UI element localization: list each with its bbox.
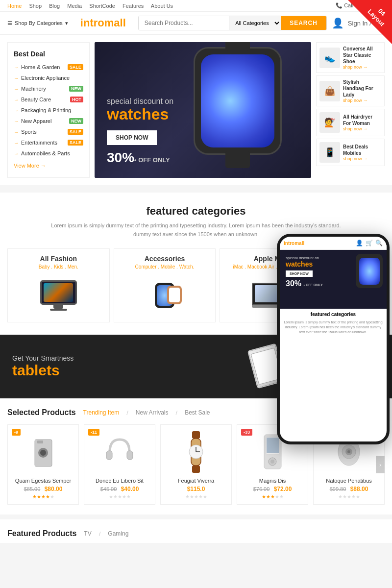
phone-user-icon: 👤 <box>356 240 363 246</box>
svg-rect-5 <box>127 451 133 460</box>
phone-shop-btn: SHOP NOW <box>286 270 313 277</box>
phone-frame: intromall 👤 🛒 🔍 special discount o <box>277 234 390 444</box>
product-badge: -9 <box>12 429 21 436</box>
side-product-link[interactable]: shop now → <box>343 65 381 70</box>
side-product-link[interactable]: shop now → <box>343 156 381 161</box>
phone-section-title: featured categories <box>280 309 387 320</box>
product-price: $115.0 <box>166 486 226 492</box>
logo[interactable]: intromall <box>80 17 126 29</box>
tab-best-sale[interactable]: Best Sale <box>185 409 210 416</box>
phone-watch-decoration <box>356 254 383 288</box>
sidebar-item-sports[interactable]: Sports SALE <box>8 126 89 137</box>
side-product-name: Converse All Star Classic Shoe <box>343 46 381 65</box>
category-fashion[interactable]: All Fashion Baby . Kids . Men. <box>7 248 110 322</box>
product-stars: ★★★★★ <box>318 494 379 499</box>
shop-now-button[interactable]: SHOP NOW <box>107 130 157 145</box>
tab-new-arrivals[interactable]: New Arrivals <box>136 409 169 416</box>
tablets-get-text: Get Your Smartness <box>12 354 74 362</box>
svg-point-16 <box>270 460 274 464</box>
product-price: $85.00 $80.00 <box>13 486 74 492</box>
side-product-mobile[interactable]: 📱 Best Deals Mobiles shop now → <box>316 139 385 166</box>
featured-categories-title: featured categories <box>7 205 385 218</box>
product-card-3[interactable]: Feugiat Viverra $115.0 ★★★★★ <box>160 424 232 505</box>
product-name: Donec Eu Libero Sit <box>89 478 150 484</box>
tab-gaming[interactable]: Gaming <box>108 530 128 537</box>
sidebar-item-label: Beauty Care <box>14 97 51 102</box>
sidebar-item-entertainment[interactable]: Entertainments SALE <box>8 137 89 148</box>
sidebar-badge-sale3: SALE <box>68 140 83 146</box>
tablets-product: tablets <box>12 362 74 379</box>
cat-fashion-name: All Fashion <box>13 255 104 263</box>
nav-media[interactable]: Media <box>67 3 82 9</box>
shop-by-categories[interactable]: ☰ Shop By Categories ▾ <box>7 20 68 26</box>
sidebar-item-apparel[interactable]: New Apparel NEW <box>8 116 89 126</box>
phone-banner: special discount on watches SHOP NOW 30%… <box>280 250 387 309</box>
search-bar: All Categories Electronics Fashion SEARC… <box>138 16 327 30</box>
product-img <box>13 430 74 474</box>
sidebar-item-label: Home & Garden <box>14 64 60 70</box>
user-icon[interactable]: 👤 <box>332 17 344 29</box>
phone-screen: intromall 👤 🛒 🔍 special discount o <box>280 237 387 441</box>
hero-side-products: 👟 Converse All Star Classic Shoe shop no… <box>316 42 385 178</box>
sidebar-item-home-garden[interactable]: Home & Garden SALE <box>8 62 89 73</box>
product-card-2[interactable]: -11 Donec Eu Libero Sit $45.00 $40.00 ★★… <box>84 424 155 505</box>
side-product-hairdryer[interactable]: 💇 All Hairdryer For Woman shop now → <box>316 109 385 136</box>
header: ☰ Shop By Categories ▾ intromall All Cat… <box>0 12 392 35</box>
side-product-name: Best Deals Mobiles <box>343 144 381 156</box>
phone-section-sub: Lorem ipsum is simply dummy text of the … <box>280 320 387 337</box>
category-accessories[interactable]: Accessories Computer . Mobile . Watch. <box>114 248 216 322</box>
cat-fashion-img <box>13 274 104 316</box>
nav-shortcode[interactable]: ShortCode <box>89 3 115 9</box>
sidebar-item-electronic[interactable]: Electronic Appliance <box>8 73 89 83</box>
hero-banner: special discount on watches SHOP NOW 30%… <box>95 42 311 178</box>
phone-mockup: intromall 👤 🛒 🔍 special discount o <box>277 234 390 444</box>
svg-rect-11 <box>192 466 200 473</box>
nav-features[interactable]: Features <box>122 3 144 9</box>
svg-rect-4 <box>106 451 112 460</box>
sidebar: Best Deal Home & Garden SALE Electronic … <box>7 42 90 178</box>
product-stars: ★★★★★ <box>89 494 150 499</box>
phone-search-icon: 🔍 <box>375 240 383 246</box>
sidebar-item-machinery[interactable]: Machinery NEW <box>8 83 89 94</box>
nav-shop[interactable]: Shop <box>29 3 42 9</box>
watch-decoration <box>194 47 282 155</box>
phone-icons: 👤 🛒 🔍 <box>356 240 383 246</box>
products-next-arrow[interactable]: › <box>376 456 385 473</box>
selected-products-title: Selected Products <box>7 408 76 417</box>
sidebar-item-automobiles[interactable]: Automobiles & Parts <box>8 148 89 159</box>
product-price: $76.00 $72.00 <box>242 486 303 492</box>
search-button[interactable]: SEARCH <box>281 16 326 30</box>
sidebar-item-label: Machinery <box>14 86 46 92</box>
sidebar-item-packaging[interactable]: Packaging & Printing <box>8 105 89 116</box>
tablets-text: Get Your Smartness tablets <box>12 354 74 379</box>
side-product-name: All Hairdryer For Woman <box>343 114 381 126</box>
side-product-shoe[interactable]: 👟 Converse All Star Classic Shoe shop no… <box>316 42 385 73</box>
side-product-handbag[interactable]: 👜 Stylish Handbag For Lady shop now → <box>316 75 385 106</box>
featured-products-title: Featured Products <box>7 529 76 538</box>
side-product-img: 💇 <box>319 112 340 133</box>
svg-point-2 <box>40 450 46 456</box>
search-input[interactable] <box>139 16 229 30</box>
svg-point-20 <box>347 450 350 453</box>
category-select[interactable]: All Categories Electronics Fashion <box>229 16 281 30</box>
product-name: Quam Egestas Semper <box>13 478 74 484</box>
hero-product-name: watches <box>107 106 173 123</box>
sidebar-item-label: Automobiles & Parts <box>14 150 70 156</box>
side-product-img: 👜 <box>319 81 340 101</box>
product-stars: ★★★★★ <box>242 494 303 499</box>
tab-trending[interactable]: Trending Item <box>83 409 120 416</box>
nav-blog[interactable]: Blog <box>49 3 60 9</box>
phone-cart-icon: 🛒 <box>366 240 373 246</box>
tab-tv[interactable]: TV <box>84 530 91 537</box>
side-product-img: 👟 <box>319 48 340 68</box>
sidebar-item-beauty[interactable]: Beauty Care HOT <box>8 94 89 105</box>
sidebar-view-more[interactable]: View More → <box>8 159 89 172</box>
hero-text: special discount on watches SHOP NOW 30%… <box>107 97 173 166</box>
side-product-link[interactable]: shop now → <box>343 126 381 131</box>
sidebar-item-label: Electronic Appliance <box>14 75 70 81</box>
nav-aboutus[interactable]: About Us <box>151 3 173 9</box>
product-card-1[interactable]: -9 Quam Egestas Semper $85.00 $80.00 <box>7 424 79 505</box>
side-product-link[interactable]: shop now → <box>343 98 381 103</box>
chevron-down-icon: ▾ <box>65 20 68 26</box>
nav-home[interactable]: Home <box>7 3 22 9</box>
